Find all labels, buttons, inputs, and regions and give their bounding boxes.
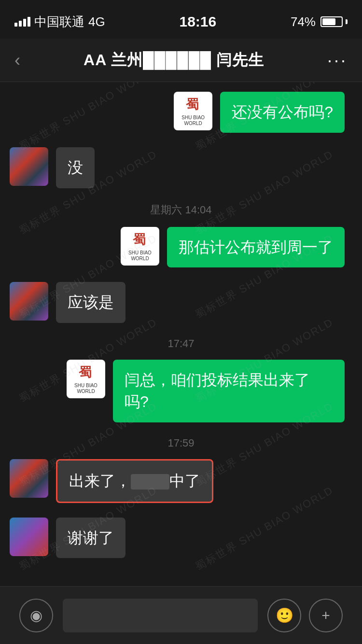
status-right: 74% [291, 14, 348, 29]
nav-bar: ‹ AA 兰州██████ 闫先生 ··· [0, 39, 362, 82]
message-bubble: 谢谢了 [56, 518, 125, 559]
msg-row: 出来了， 中了 [10, 459, 352, 503]
time-label: 18:16 [179, 14, 216, 30]
add-icon: + [321, 607, 330, 624]
battery-icon [320, 16, 348, 27]
avatar: 蜀 SHU BIAOWORLD [67, 360, 105, 398]
add-button[interactable]: + [309, 599, 343, 632]
msg-row: 闫总，咱们投标结果出来了吗? 蜀 SHU BIAOWORLD [10, 360, 352, 422]
msg-row: 还没有公布吗? 蜀 SHU BIAOWORLD [10, 92, 352, 133]
message-bubble: 闫总，咱们投标结果出来了吗? [113, 360, 345, 422]
more-button[interactable]: ··· [327, 50, 348, 70]
avatar: 蜀 SHU BIAOWORLD [121, 227, 159, 266]
signal-icon [14, 17, 30, 27]
carrier-label: 中国联通 [34, 14, 84, 30]
avatar: 蜀 SHU BIAOWORLD [174, 92, 212, 130]
back-button[interactable]: ‹ [14, 50, 20, 70]
message-bubble: 还没有公布吗? [220, 92, 345, 133]
status-left: 中国联通 4G [14, 14, 105, 30]
emoji-icon: 🙂 [276, 607, 293, 624]
msg-row: 没 [10, 147, 352, 188]
status-bar: 中国联通 4G 18:16 74% [0, 0, 362, 39]
timestamp: 星期六 14:04 [10, 203, 352, 217]
chat-area: 蜀标世界 SHU BIAO WORLD 蜀标世界 SHU BIAO WORLD … [0, 82, 362, 586]
voice-button[interactable]: ◉ [19, 599, 53, 632]
emoji-button[interactable]: 🙂 [267, 599, 301, 632]
svg-text:蜀: 蜀 [186, 97, 199, 112]
bottom-bar: ◉ 🙂 + [0, 586, 362, 644]
timestamp: 17:59 [10, 437, 352, 449]
avatar [10, 459, 48, 498]
message-bubble: 没 [56, 147, 95, 188]
battery-percent: 74% [291, 14, 316, 29]
avatar [10, 282, 48, 321]
svg-text:蜀: 蜀 [79, 365, 92, 380]
msg-row: 那估计公布就到周一了 蜀 SHU BIAOWORLD [10, 227, 352, 268]
avatar [10, 518, 48, 556]
msg-row: 应该是 [10, 282, 352, 323]
msg-row: 谢谢了 [10, 518, 352, 559]
message-input[interactable] [63, 599, 258, 632]
voice-icon: ◉ [30, 607, 42, 624]
avatar [10, 147, 48, 186]
blurred-content [131, 474, 169, 490]
svg-text:蜀: 蜀 [133, 232, 146, 247]
message-bubble: 那估计公布就到周一了 [167, 227, 345, 268]
network-label: 4G [88, 14, 105, 29]
chat-title: AA 兰州██████ 闫先生 [84, 50, 264, 71]
timestamp: 17:47 [10, 337, 352, 350]
highlighted-message-bubble: 出来了， 中了 [56, 459, 213, 503]
message-bubble: 应该是 [56, 282, 125, 323]
